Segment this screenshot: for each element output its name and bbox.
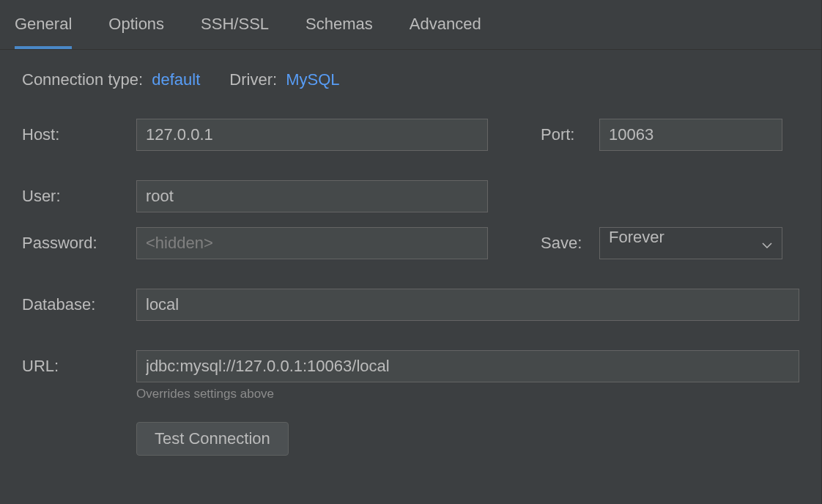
password-row: Password: Save: Forever bbox=[22, 227, 799, 259]
password-label: Password: bbox=[22, 234, 136, 253]
database-input[interactable] bbox=[136, 289, 799, 321]
tab-advanced[interactable]: Advanced bbox=[410, 0, 481, 48]
content-pane: Connection type: default Driver: MySQL H… bbox=[0, 50, 821, 456]
test-connection-button[interactable]: Test Connection bbox=[136, 422, 289, 456]
connection-type-link[interactable]: default bbox=[152, 70, 200, 89]
save-select-wrap: Forever bbox=[599, 227, 782, 259]
tab-bar: General Options SSH/SSL Schemas Advanced bbox=[0, 0, 821, 50]
host-input[interactable] bbox=[136, 119, 488, 151]
host-label: Host: bbox=[22, 125, 136, 144]
database-label: Database: bbox=[22, 295, 136, 314]
save-select[interactable]: Forever bbox=[599, 227, 782, 259]
user-label: User: bbox=[22, 187, 136, 206]
driver-link[interactable]: MySQL bbox=[286, 70, 339, 89]
meta-row: Connection type: default Driver: MySQL bbox=[22, 70, 799, 89]
url-hint: Overrides settings above bbox=[136, 387, 799, 401]
url-label: URL: bbox=[22, 357, 136, 376]
url-input[interactable] bbox=[136, 350, 799, 382]
user-row: User: bbox=[22, 180, 799, 212]
tab-general[interactable]: General bbox=[15, 0, 72, 48]
save-label: Save: bbox=[541, 234, 599, 253]
tab-options[interactable]: Options bbox=[108, 0, 164, 48]
tab-sshssl[interactable]: SSH/SSL bbox=[201, 0, 269, 48]
port-input[interactable] bbox=[599, 119, 782, 151]
driver-label: Driver: bbox=[229, 70, 277, 89]
host-row: Host: Port: bbox=[22, 119, 799, 151]
tab-schemas[interactable]: Schemas bbox=[306, 0, 373, 48]
user-input[interactable] bbox=[136, 180, 488, 212]
connection-type-label: Connection type: bbox=[22, 70, 143, 89]
database-row: Database: bbox=[22, 289, 799, 321]
password-input[interactable] bbox=[136, 227, 488, 259]
driver: Driver: MySQL bbox=[229, 70, 339, 89]
port-label: Port: bbox=[541, 125, 599, 144]
connection-type: Connection type: default bbox=[22, 70, 200, 89]
url-row: URL: bbox=[22, 350, 799, 382]
